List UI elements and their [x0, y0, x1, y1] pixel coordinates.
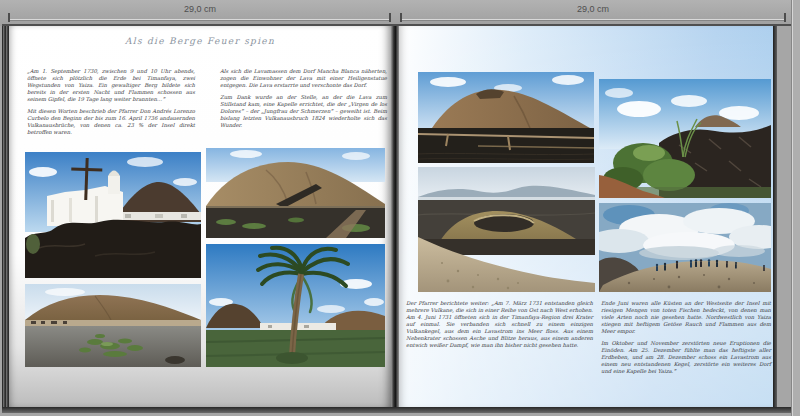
body-paragraph: „Am 1. September 1730, zwischen 9 und 10… [27, 68, 195, 103]
ruler-bar: 29,0 cm 29,0 cm [0, 0, 800, 26]
text-frame-right-col2[interactable]: Ende Juni waren alle Küsten an der Wests… [601, 300, 771, 380]
workspace-right-band [791, 0, 800, 416]
ruler-tick [400, 13, 402, 22]
photo-lava-shrubs[interactable] [599, 79, 771, 198]
photo-ash-field-plants[interactable] [25, 284, 201, 367]
ruler-tick [389, 13, 391, 22]
page-title[interactable]: Als die Berge Feuer spien [59, 36, 341, 46]
book-spine [391, 26, 399, 407]
photo-palm-tree-volcanoes[interactable] [206, 244, 385, 367]
text-frame-right-col1[interactable]: Der Pfarrer berichtete weiter: „Am 7. Mä… [406, 300, 593, 354]
body-paragraph: Ende Juni waren alle Küsten an der Wests… [601, 300, 771, 335]
ruler-measure-line-right [400, 19, 786, 20]
text-frame-left-col2[interactable]: Als sich die Lavamassen dem Dorf Mancha … [220, 68, 387, 134]
text-frame-left-col1[interactable]: „Am 1. September 1730, zwischen 9 und 10… [27, 68, 195, 141]
ruler-label-left-page: 29,0 cm [184, 4, 216, 14]
photo-volcano-lava-walls[interactable] [418, 72, 594, 163]
book-right-page-block-edge [773, 26, 777, 407]
book-bottom-page-block-edge [2, 407, 791, 413]
body-paragraph: Der Pfarrer berichtete weiter: „Am 7. Mä… [406, 300, 593, 349]
book-left-page-block-edge [2, 26, 9, 407]
photo-hikers-ridge[interactable] [599, 203, 771, 292]
body-paragraph: Mit diesen Worten beschrieb der Pfarrer … [27, 108, 195, 136]
photo-church-cross-lava[interactable] [25, 152, 201, 278]
ruler-tick [784, 13, 786, 22]
photobook-editor-canvas: 29,0 cm 29,0 cm Als die Berge Feuer spie… [0, 0, 800, 416]
body-paragraph: Im Oktober und November zerstörten neue … [601, 340, 771, 375]
ruler-label-right-page: 29,0 cm [577, 4, 609, 14]
body-paragraph: Als sich die Lavamassen dem Dorf Mancha … [220, 68, 387, 89]
photo-crater-panorama[interactable] [418, 167, 595, 292]
ruler-measure-line-left [8, 19, 391, 20]
ruler-tick [8, 13, 10, 22]
body-paragraph: Zum Dank wurde an der Stelle, an der die… [220, 94, 387, 129]
photo-volcano-farm-fields[interactable] [206, 148, 385, 238]
